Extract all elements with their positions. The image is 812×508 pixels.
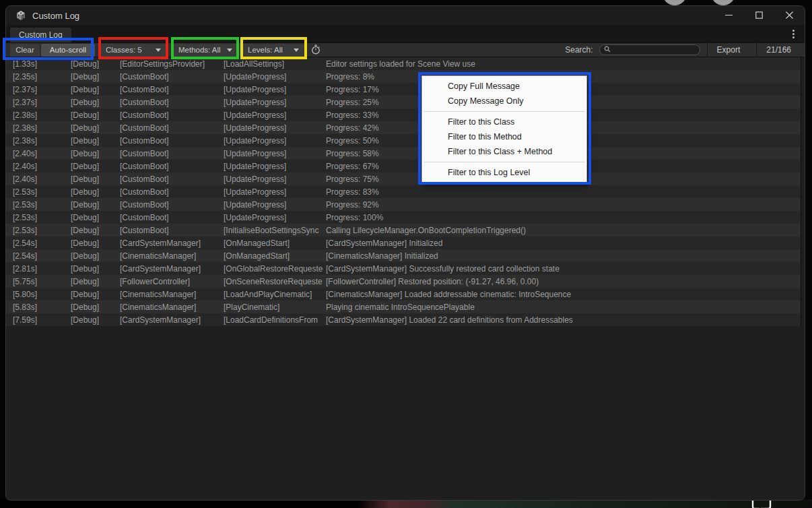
log-row[interactable]: [2.40s] [Debug] [CustomBoot] [UpdateProg… [6,172,801,185]
context-menu: Copy Full Message Copy Message Only Filt… [421,75,587,183]
log-level: [Debug] [71,277,120,286]
search-input[interactable] [611,46,700,54]
methods-dropdown[interactable]: Methods: All [173,44,238,57]
log-class: [CardSystemManager] [120,315,224,325]
log-method: [UpdateProgress] [224,98,324,107]
log-row[interactable]: [2.53s] [Debug] [CustomBoot] [UpdateProg… [6,185,801,198]
log-row[interactable]: [7.59s] [Debug] [CardSystemManager] [Loa… [6,313,801,326]
log-timestamp: [5.80s] [13,290,71,299]
title-bar: Custom Log [6,6,805,25]
log-row[interactable]: [2.53s] [Debug] [CustomBoot] [UpdateProg… [6,211,801,224]
log-method: [UpdateProgress] [224,123,324,133]
toolbar-right-group: Search: Export 21/166 [565,43,801,57]
log-row[interactable]: [5.80s] [Debug] [CinematicsManager] [Loa… [6,288,801,300]
log-row[interactable]: [2.54s] [Debug] [CinematicsManager] [OnM… [6,249,801,262]
log-method: [OnGlobalRestoreRequeste [224,264,324,274]
log-class: [CinematicsManager] [120,303,224,312]
log-timestamp: [2.54s] [13,251,71,261]
context-menu-entry[interactable]: Copy Message Only [422,94,586,108]
log-message: Progress: 92% [324,200,801,210]
log-message: [CinematicsManager] Initialized [324,251,801,261]
log-message: Progress: 100% [324,213,801,222]
context-menu-entry[interactable]: Filter to this Class [422,115,586,129]
context-menu-entry[interactable]: Copy Full Message [422,79,586,94]
log-timestamp: [7.59s] [13,315,71,325]
log-class: [CardSystemManager] [120,264,224,274]
log-class: [CinematicsManager] [120,290,224,299]
log-timestamp: [2.38s] [13,136,71,146]
log-class: [CardSystemManager] [120,239,224,248]
minimize-button[interactable] [714,6,744,25]
context-menu-item-label: Copy Message Only [448,96,524,106]
log-method: [UpdateProgress] [224,213,324,222]
levels-dropdown-label: Levels: All [248,46,294,54]
search-icon [604,46,611,54]
log-row[interactable]: [2.81s] [Debug] [CardSystemManager] [OnG… [6,262,801,275]
log-level: [Debug] [71,251,120,261]
log-method: [UpdateProgress] [224,162,324,171]
stopwatch-icon [311,44,320,56]
classes-dropdown-label: Classes: 5 [106,46,156,54]
log-row[interactable]: [2.35s] [Debug] [CustomBoot] [UpdateProg… [6,70,801,83]
timestamp-toggle-button[interactable] [310,44,321,55]
log-row[interactable]: [5.75s] [Debug] [FollowerController] [On… [6,275,801,288]
log-class: [CustomBoot] [120,149,224,158]
log-method: [LoadAndPlayCinematic] [224,290,324,299]
custom-log-window: Custom Log Custom Log Clea [5,5,805,501]
log-row[interactable]: [1.33s] [Debug] [EditorSettingsProvider]… [6,57,801,70]
clear-button[interactable]: Clear [10,44,40,57]
log-list: [1.33s] [Debug] [EditorSettingsProvider]… [6,57,801,326]
log-timestamp: [2.81s] [13,264,71,274]
classes-dropdown[interactable]: Classes: 5 [100,44,166,57]
log-level: [Debug] [71,98,120,107]
context-menu-entry[interactable]: Filter to this Class + Method [422,144,586,159]
log-method: [OnManagedStart] [224,251,324,261]
log-class: [CustomBoot] [120,123,224,133]
log-row[interactable]: [2.37s] [Debug] [CustomBoot] [UpdateProg… [6,96,801,108]
chevron-down-icon [294,49,299,52]
log-timestamp: [2.40s] [13,149,71,158]
autoscroll-toggle[interactable]: Auto-scroll [41,44,95,57]
log-timestamp: [2.40s] [13,162,71,171]
log-message: [CardSystemManager] Initialized [324,239,801,248]
context-menu-entry[interactable]: Filter to this Log Level [422,165,586,180]
log-row[interactable]: [5.83s] [Debug] [CinematicsManager] [Pla… [6,300,801,313]
log-class: [CustomBoot] [120,110,224,120]
log-row[interactable]: [2.38s] [Debug] [CustomBoot] [UpdateProg… [6,134,801,147]
log-row[interactable]: [2.37s] [Debug] [CustomBoot] [UpdateProg… [6,83,801,96]
context-menu-entry[interactable]: Filter to this Method [422,129,586,144]
export-button[interactable]: Export [708,42,750,57]
log-message: [CardSystemManager] Successfully restore… [324,264,801,274]
minimize-icon [725,9,733,22]
maximize-icon [755,9,763,22]
maximize-button[interactable] [744,6,774,25]
log-method: [PlayCinematic] [224,303,324,312]
log-row[interactable]: [2.54s] [Debug] [CardSystemManager] [OnM… [6,236,801,249]
log-row[interactable]: [2.40s] [Debug] [CustomBoot] [UpdateProg… [6,147,801,160]
log-message: Editor settings loaded for Scene View us… [324,59,801,69]
log-row[interactable]: [2.53s] [Debug] [CustomBoot] [Initialise… [6,224,801,236]
log-method: [UpdateProgress] [224,136,324,146]
log-row[interactable]: [2.38s] [Debug] [CustomBoot] [UpdateProg… [6,108,801,121]
log-scroll-area[interactable]: [1.33s] [Debug] [EditorSettingsProvider]… [6,57,805,500]
context-menu-item-label: Filter to this Class [448,117,514,127]
log-row[interactable]: [2.53s] [Debug] [CustomBoot] [UpdateProg… [6,198,801,211]
levels-dropdown[interactable]: Levels: All [242,44,304,57]
window-menu-button[interactable] [787,28,799,40]
log-class: [EditorSettingsProvider] [120,59,224,69]
log-class: [FollowerController] [120,277,224,286]
context-menu-entry[interactable] [424,111,585,112]
log-timestamp: [1.33s] [13,59,71,69]
log-timestamp: [2.38s] [13,123,71,133]
log-row[interactable]: [2.38s] [Debug] [CustomBoot] [UpdateProg… [6,121,801,134]
search-field[interactable] [599,44,700,55]
log-level: [Debug] [71,315,120,325]
log-row[interactable]: [2.40s] [Debug] [CustomBoot] [UpdateProg… [6,160,801,172]
context-menu-entry[interactable] [424,162,585,162]
log-method: [LoadAllSettings] [224,59,324,69]
tab-custom-log[interactable]: Custom Log [10,28,71,42]
close-button[interactable] [774,6,805,25]
log-timestamp: [5.75s] [13,277,71,286]
log-message: Progress: 83% [324,187,801,197]
log-class: [CustomBoot] [120,187,224,197]
